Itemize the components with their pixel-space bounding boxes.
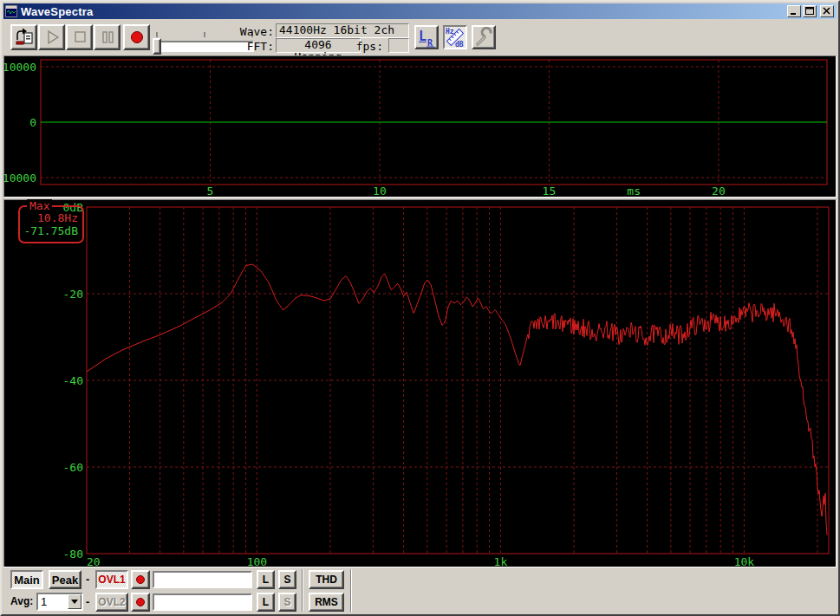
avg-count-dropdown[interactable]: 1 xyxy=(36,593,83,611)
max-level-value: -71.75dB xyxy=(20,224,82,237)
separator-groove-1 xyxy=(302,569,303,612)
wave-format-display: 44100Hz 16bit 2ch xyxy=(276,23,409,38)
maximize-icon xyxy=(805,7,814,16)
record-dot-icon xyxy=(136,575,145,584)
svg-text:-10000: -10000 xyxy=(4,172,36,185)
svg-text:10000: 10000 xyxy=(4,61,36,74)
window-title: WaveSpectra xyxy=(21,5,93,18)
app-icon xyxy=(5,5,17,17)
minimize-icon xyxy=(790,7,798,16)
svg-text:20: 20 xyxy=(712,185,726,195)
maximize-button[interactable] xyxy=(803,5,817,17)
settings-wrench-icon xyxy=(473,27,494,48)
spectrum-panel: 0dB-20-40-60-80201001k10k Max 10.8Hz -71… xyxy=(3,199,837,570)
dropdown-arrow-icon xyxy=(71,600,78,604)
titlebar: WaveSpectra xyxy=(3,3,837,19)
close-button[interactable] xyxy=(820,5,834,17)
ovl1-toggle-button[interactable]: OVL1 xyxy=(95,570,128,589)
max-readout-box: Max 10.8Hz -71.75dB xyxy=(18,205,84,243)
fps-label: fps: xyxy=(331,40,383,53)
rms-button[interactable]: RMS xyxy=(309,593,344,612)
svg-text:-80: -80 xyxy=(63,548,83,561)
position-slider-thumb[interactable] xyxy=(153,38,161,55)
record-dot-icon xyxy=(136,598,145,606)
svg-text:100: 100 xyxy=(247,555,267,567)
svg-text:R: R xyxy=(427,38,433,48)
overlay1-name-field[interactable] xyxy=(153,571,252,588)
stop-button[interactable] xyxy=(66,24,93,50)
ovl1-save-button[interactable]: S xyxy=(278,570,296,589)
svg-text:10: 10 xyxy=(373,185,387,195)
record-button[interactable] xyxy=(123,24,150,50)
minimize-button[interactable] xyxy=(787,5,801,17)
open-file-button[interactable] xyxy=(10,24,37,50)
dash-separator-2: - xyxy=(86,595,89,608)
svg-text:-20: -20 xyxy=(63,288,83,301)
open-file-icon xyxy=(14,27,35,48)
thd-button[interactable]: THD xyxy=(309,570,344,589)
svg-text:15: 15 xyxy=(543,185,557,195)
app-window: WaveSpectra xyxy=(0,0,840,616)
play-button[interactable] xyxy=(38,24,65,50)
pause-button[interactable] xyxy=(94,24,120,50)
separator-groove-2 xyxy=(350,569,352,612)
overlay2-name-field[interactable] xyxy=(153,593,252,611)
avg-label: Avg: xyxy=(10,595,33,607)
svg-text:ms: ms xyxy=(627,185,641,195)
ovl2-save-button[interactable]: S xyxy=(278,593,296,612)
ovl2-record-button[interactable] xyxy=(131,593,150,612)
channel-lr-button[interactable]: L R xyxy=(414,25,439,49)
svg-text:0: 0 xyxy=(29,116,36,129)
avg-count-value: 1 xyxy=(38,594,68,609)
ovl2-load-button[interactable]: L xyxy=(257,593,275,612)
settings-wrench-button[interactable] xyxy=(472,25,496,49)
svg-text:10k: 10k xyxy=(734,555,755,567)
ovl2-toggle-button[interactable]: OVL2 xyxy=(95,593,128,612)
stop-icon xyxy=(69,27,90,48)
bottom-control-bar: Main Peak - OVL1 L S THD Avg: 1 - OVL2 L… xyxy=(3,567,837,613)
ovl1-record-button[interactable] xyxy=(131,570,150,589)
dash-separator-1: - xyxy=(86,573,89,586)
svg-text:-40: -40 xyxy=(63,374,83,387)
hz-db-scale-button[interactable]: Hz dB xyxy=(443,25,467,49)
record-icon xyxy=(127,27,147,48)
waveform-plot: 100000-100005101520ms xyxy=(4,56,837,195)
wave-label: Wave: xyxy=(222,25,274,38)
main-toggle-button[interactable]: Main xyxy=(10,570,43,589)
channel-lr-icon: L R xyxy=(416,27,437,48)
spectrum-plot: 0dB-20-40-60-80201001k10k xyxy=(4,200,837,567)
waveform-panel: 100000-100005101520ms xyxy=(3,55,837,198)
dropdown-arrow-button[interactable] xyxy=(68,594,81,609)
peak-toggle-button[interactable]: Peak xyxy=(49,570,81,589)
max-readout-title: Max xyxy=(27,199,52,212)
svg-text:20: 20 xyxy=(87,555,101,567)
svg-text:1k: 1k xyxy=(494,555,508,567)
svg-text:dB: dB xyxy=(455,41,464,48)
ovl1-load-button[interactable]: L xyxy=(257,570,275,589)
svg-text:-60: -60 xyxy=(63,461,83,474)
fft-label: FFT: xyxy=(222,40,274,53)
play-icon xyxy=(42,27,62,48)
toolbar: Wave: 44100Hz 16bit 2ch FFT: 4096 Hannin… xyxy=(3,19,837,55)
hz-db-scale-icon: Hz dB xyxy=(445,27,466,48)
svg-text:Hz: Hz xyxy=(446,28,454,36)
svg-text:5: 5 xyxy=(207,185,214,195)
pause-icon xyxy=(97,27,118,48)
max-frequency-value: 10.8Hz xyxy=(20,211,82,224)
fps-display xyxy=(388,38,409,53)
close-icon xyxy=(823,7,831,16)
